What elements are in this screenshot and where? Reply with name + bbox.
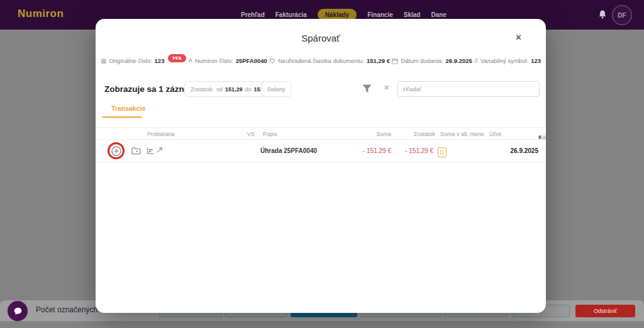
- selection-count-label: Počet označených: [36, 305, 97, 314]
- row-suma: - 151,29 €: [363, 140, 391, 162]
- nav-item-prehlad[interactable]: Prehľad: [241, 11, 265, 18]
- search-input[interactable]: [397, 81, 540, 97]
- info-label: Neuhradená čiastka dokumentu:: [278, 57, 364, 64]
- row-zostatok-group: - 151,29 €: [405, 140, 447, 162]
- row-zostatok: - 151,29 €: [405, 147, 433, 154]
- tag-icon: [269, 58, 275, 64]
- chip-from-label: od: [216, 86, 223, 93]
- info-label: Originálne číslo:: [109, 57, 152, 64]
- info-variable-symbol: # Variabilný symbol: 123: [474, 57, 541, 64]
- info-label: Dátum dodania:: [401, 57, 443, 64]
- open-external-arrow-icon[interactable]: [157, 147, 163, 153]
- info-unpaid-amount: Neuhradená čiastka dokumentu: 151,29 €: [269, 57, 390, 64]
- hash-icon: #: [474, 58, 478, 64]
- info-value: 26.9.2025: [446, 57, 472, 64]
- calendar-icon: [392, 58, 398, 64]
- delete-button[interactable]: Odstrániť: [575, 305, 635, 317]
- chat-bubble-icon: [13, 306, 23, 317]
- nav-item-sklad[interactable]: Sklad: [404, 11, 421, 18]
- modal-title: Spárovať: [96, 33, 546, 43]
- chip-label: Debety: [267, 86, 286, 93]
- pfa-badge: PFA: [168, 54, 186, 62]
- row-datum: 26.9.2025: [511, 140, 539, 162]
- info-label: Variabilný symbol:: [480, 57, 528, 64]
- col-protistrana[interactable]: Protistrana: [147, 131, 175, 137]
- pair-modal: Spárovať ✕ ▦ Originálne číslo: 123 PFA A…: [96, 19, 546, 313]
- table-row[interactable]: Úhrada 25PFA0040 - 151,29 € - 151,29 € 2…: [96, 140, 546, 162]
- nav-item-fakturacia[interactable]: Fakturácia: [275, 11, 307, 18]
- col-popis[interactable]: Popis: [263, 131, 277, 137]
- table-header: Protistrana VS Popis Suma Zostatok Suma …: [96, 127, 546, 140]
- info-original-number: ▦ Originálne číslo: 123 PFA: [101, 57, 186, 65]
- info-value: 123: [155, 57, 165, 64]
- col-ucet[interactable]: Účet: [489, 131, 501, 137]
- font-icon: A: [188, 58, 192, 64]
- tab-active-underline: [102, 116, 142, 118]
- col-zostatok[interactable]: Zostatok: [413, 131, 435, 137]
- info-value: 151,29 €: [367, 57, 390, 64]
- annotation-circle: [108, 142, 125, 159]
- nav-item-financie[interactable]: Financie: [367, 11, 393, 18]
- notifications-bell-icon[interactable]: [597, 9, 608, 20]
- info-value: 123: [531, 57, 541, 64]
- chip-from-value: 151,29: [225, 86, 243, 93]
- nav-item-dane[interactable]: Dane: [431, 11, 446, 18]
- folder-plus-icon[interactable]: [131, 147, 141, 155]
- screen: Numiron Prehľad Fakturácia Náklady Finan…: [0, 0, 644, 328]
- info-label: Numiron číslo:: [195, 57, 233, 64]
- info-value: 25PFA0040: [236, 57, 267, 64]
- col-suma[interactable]: Suma: [376, 131, 391, 137]
- search-clear-icon[interactable]: ✕: [384, 84, 389, 92]
- col-vs[interactable]: VS: [247, 131, 255, 137]
- info-numiron-number: A Numiron číslo: 25PFA0040: [188, 57, 267, 64]
- tab-transakcie[interactable]: Transakcie: [111, 105, 145, 112]
- chip-prefix: Zostatok:: [191, 86, 214, 93]
- chip-to-label: do: [245, 86, 252, 93]
- close-icon[interactable]: ✕: [513, 31, 525, 43]
- chart-bars-icon[interactable]: [147, 147, 154, 154]
- app-logo[interactable]: Numiron: [18, 8, 64, 20]
- col-suma-alt-mene[interactable]: Suma v alt. mene: [440, 131, 484, 137]
- results-count-label: Zobrazuje sa 1 záznam: [104, 81, 196, 98]
- row-popis: Úhrada 25PFA0040: [260, 140, 317, 162]
- document-info-row: ▦ Originálne číslo: 123 PFA A Numiron čí…: [101, 57, 541, 65]
- filter-funnel-icon[interactable]: [362, 84, 372, 93]
- user-avatar[interactable]: DF: [612, 5, 632, 25]
- document-indicator-icon[interactable]: [438, 147, 447, 157]
- grid-icon: ▦: [101, 58, 106, 64]
- info-delivery-date: Dátum dodania: 26.9.2025: [392, 57, 472, 64]
- chat-bubble-button[interactable]: [8, 301, 28, 321]
- filter-chip-debety[interactable]: Debety: [261, 81, 292, 97]
